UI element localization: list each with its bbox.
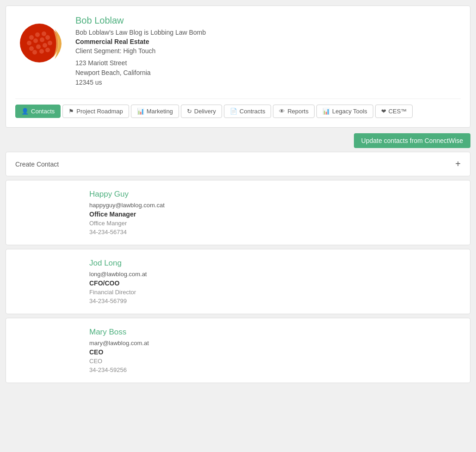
plus-icon: + xyxy=(455,159,461,169)
tab-reports[interactable]: 👁Reports xyxy=(273,105,315,118)
contact-card-1: Jod Long long@lawblog.com.at CFO/COO Fin… xyxy=(6,249,470,314)
contacts-icon: 👤 xyxy=(21,108,29,115)
tab-project-roadmap[interactable]: ⚑Project Roadmap xyxy=(62,105,129,118)
svg-point-14 xyxy=(45,48,50,52)
header-top: Bob Loblaw Bob Loblaw's Law Blog is Lobb… xyxy=(15,15,461,87)
contact-card-0: Happy Guy happyguy@lawblog.com.cat Offic… xyxy=(6,180,470,245)
contact-card-2: Mary Boss mary@lawblog.com.at CEO CEO 34… xyxy=(6,318,470,383)
svg-point-6 xyxy=(40,37,44,42)
contact-title-sub-1: Financial Director xyxy=(89,289,461,296)
svg-point-11 xyxy=(48,41,52,45)
contact-title-main-0: Office Manager xyxy=(89,211,461,218)
tab-legacy-tools[interactable]: 📊Legacy Tools xyxy=(316,105,373,118)
contacts-container: Happy Guy happyguy@lawblog.com.cat Offic… xyxy=(0,180,476,383)
company-info: Bob Loblaw Bob Loblaw's Law Blog is Lobb… xyxy=(75,15,206,87)
company-segment: Client Segment: High Touch xyxy=(75,47,206,55)
svg-point-5 xyxy=(33,38,38,43)
delivery-icon: ↻ xyxy=(187,108,192,115)
svg-point-7 xyxy=(45,35,50,40)
project-roadmap-icon: ⚑ xyxy=(68,108,74,115)
marketing-icon: 📊 xyxy=(137,108,144,115)
create-contact-label: Create Contact xyxy=(15,161,59,168)
contact-phone-2: 34-234-59256 xyxy=(89,366,461,373)
create-contact-bar[interactable]: Create Contact + xyxy=(6,152,470,176)
address-line2: Newport Beach, California xyxy=(75,68,206,78)
legacy-tools-icon: 📊 xyxy=(322,108,330,115)
company-logo xyxy=(15,15,66,66)
svg-point-12 xyxy=(32,50,37,55)
address-line3: 12345 us xyxy=(75,78,206,87)
company-header-card: Bob Loblaw Bob Loblaw's Law Blog is Lobb… xyxy=(6,6,470,128)
contracts-icon: 📄 xyxy=(230,108,237,115)
nav-tabs: 👤Contacts⚑Project Roadmap📊Marketing↻Deli… xyxy=(15,99,461,118)
contact-phone-1: 34-234-56799 xyxy=(89,297,461,304)
tab-contracts[interactable]: 📄Contracts xyxy=(224,105,272,118)
tab-ces[interactable]: ❤CES™ xyxy=(375,105,413,118)
svg-point-13 xyxy=(39,49,44,54)
tab-delivery[interactable]: ↻Delivery xyxy=(181,105,222,118)
svg-point-3 xyxy=(42,31,46,36)
toolbar: Update contacts from ConnectWise xyxy=(6,133,470,148)
company-tagline: Bob Loblaw's Law Blog is Lobbing Law Bom… xyxy=(75,29,206,36)
contact-email-2: mary@lawblog.com.at xyxy=(89,340,461,347)
contact-title-sub-0: Office Manger xyxy=(89,220,461,227)
svg-point-9 xyxy=(36,44,41,49)
svg-point-1 xyxy=(29,35,34,40)
company-industry: Commercial Real Estate xyxy=(75,38,206,45)
reports-icon: 👁 xyxy=(279,108,285,115)
svg-point-4 xyxy=(27,41,31,45)
tab-marketing[interactable]: 📊Marketing xyxy=(131,105,179,118)
svg-point-2 xyxy=(35,32,40,37)
address-line1: 123 Mariott Street xyxy=(75,58,206,68)
contact-phone-0: 34-234-56734 xyxy=(89,229,461,235)
company-address: 123 Mariott Street Newport Beach, Califo… xyxy=(75,58,206,87)
contact-title-sub-2: CEO xyxy=(89,358,461,365)
contact-name-1[interactable]: Jod Long xyxy=(89,259,461,268)
svg-point-0 xyxy=(20,24,59,62)
contact-title-main-2: CEO xyxy=(89,348,461,356)
update-contacts-button[interactable]: Update contacts from ConnectWise xyxy=(354,133,470,148)
contact-title-main-1: CFO/COO xyxy=(89,279,461,287)
contact-email-1: long@lawblog.com.at xyxy=(89,271,461,278)
tab-contacts[interactable]: 👤Contacts xyxy=(15,105,61,118)
company-name[interactable]: Bob Loblaw xyxy=(75,15,206,26)
svg-point-10 xyxy=(43,43,47,48)
contact-name-0[interactable]: Happy Guy xyxy=(89,190,461,199)
contact-name-2[interactable]: Mary Boss xyxy=(89,328,461,337)
contact-email-0: happyguy@lawblog.com.cat xyxy=(89,202,461,209)
svg-point-8 xyxy=(29,46,34,51)
ces-icon: ❤ xyxy=(381,108,386,115)
